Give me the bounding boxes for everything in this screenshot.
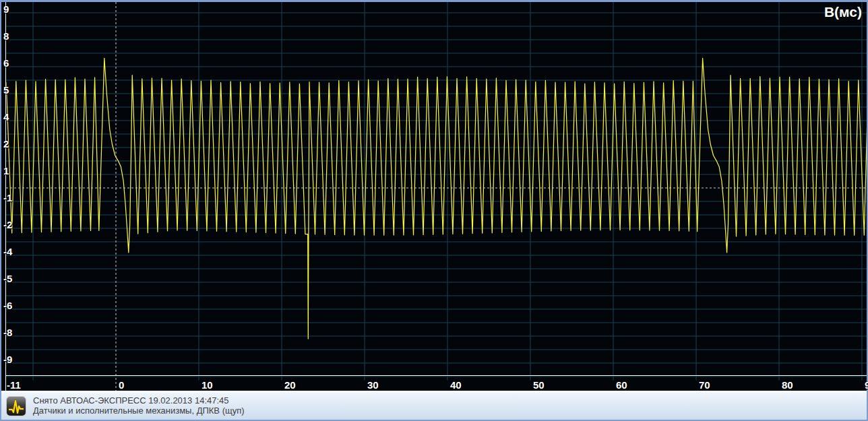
y-axis-label: 5 xyxy=(3,84,9,96)
x-axis-label: -11 xyxy=(7,379,21,391)
y-axis-label: 8 xyxy=(3,30,9,42)
x-axis-label: 50 xyxy=(533,379,545,391)
y-axis-label: 6 xyxy=(3,57,9,69)
y-axis-label: -8 xyxy=(3,327,12,338)
y-axis-label: -1 xyxy=(3,192,12,203)
x-axis-label: 0 xyxy=(119,379,124,391)
x-axis-label: 20 xyxy=(284,379,296,391)
oscilloscope-window: 9865421-1-2-4-5-6-8-9 -11010203040506070… xyxy=(0,0,868,421)
x-axis-label: 70 xyxy=(699,379,710,391)
x-axis-label: 80 xyxy=(782,379,793,391)
status-bar: Снято АВТОАС-ЭКСПРЕСС 19.02.2013 14:47:4… xyxy=(1,393,867,420)
status-text: Снято АВТОАС-ЭКСПРЕСС 19.02.2013 14:47:4… xyxy=(33,395,245,416)
y-axis-label: 9 xyxy=(3,3,9,15)
x-axis-label: 30 xyxy=(367,379,379,391)
oscilloscope-pulse-icon xyxy=(5,395,27,417)
status-line-mode: Датчики и исполнительные механизмы, ДПКВ… xyxy=(33,406,245,416)
y-axis-label: -5 xyxy=(3,273,12,284)
y-axis-label: 1 xyxy=(3,165,9,176)
waveform-canvas[interactable] xyxy=(1,2,867,391)
y-axis-label: 4 xyxy=(3,111,9,123)
y-axis-label: -4 xyxy=(3,246,12,257)
x-axis-label: 60 xyxy=(616,379,627,391)
y-axis-label: -9 xyxy=(3,354,12,365)
x-axis-label: 10 xyxy=(202,379,213,391)
y-axis-label: -6 xyxy=(3,300,12,311)
status-line-capture: Снято АВТОАС-ЭКСПРЕСС 19.02.2013 14:47:4… xyxy=(33,395,245,406)
y-axis-label: 2 xyxy=(3,138,9,150)
x-axis-label: 9 xyxy=(865,379,868,391)
axis-units-label: В(мс) xyxy=(824,4,862,20)
x-axis-label: 40 xyxy=(450,379,462,391)
y-axis-label: -2 xyxy=(3,219,12,230)
